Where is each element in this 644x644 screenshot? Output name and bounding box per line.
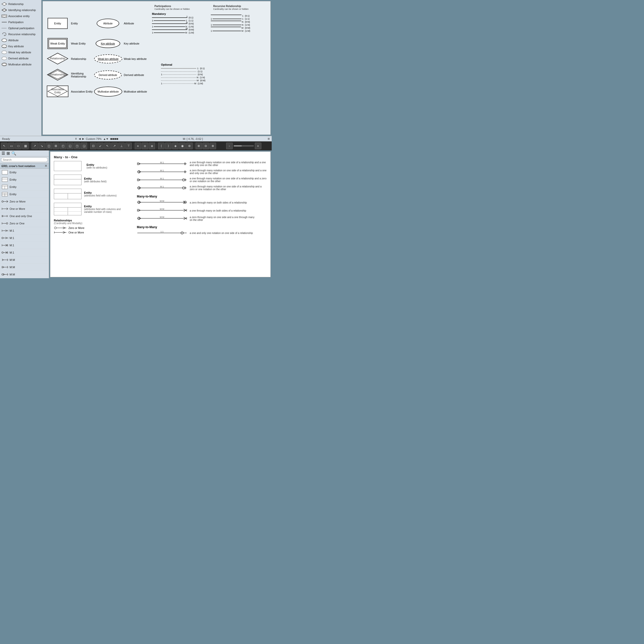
toolbar-e4[interactable]: ◉ <box>179 143 186 149</box>
notation-section: M:1 a one through many notation on one s… <box>137 161 267 237</box>
svg-point-86 <box>54 227 56 229</box>
sidebar-item-identifying-relationship[interactable]: Identifying relationship <box>0 7 41 13</box>
toolbar-sep5 <box>194 143 194 149</box>
sidebar-item-relationship[interactable]: Relationship <box>0 1 41 7</box>
identifying-rel-label: Identifying Relationship <box>69 72 94 78</box>
sidebar-item-recursive-relationship[interactable]: Recursive relationship <box>0 31 41 37</box>
toolbar-multi[interactable]: ◫ <box>46 143 52 149</box>
sidebar-item-entity-2[interactable]: Entity <box>0 176 49 183</box>
entity-box-attr <box>54 175 82 185</box>
coordinates: M: [ 4.76, -0.62 ] <box>183 137 203 140</box>
toolbar-table[interactable]: ▦ <box>22 143 29 149</box>
sidebar-item-multivalue-attribute[interactable]: Multivalue attribute <box>0 61 41 67</box>
zoom-slider[interactable] <box>234 145 254 146</box>
m1-rel-3-desc: a one through many notation on one side … <box>190 177 267 183</box>
close-group-btn[interactable]: ✕ <box>45 164 47 168</box>
toolbar-zoom-plus[interactable]: + <box>255 143 261 149</box>
svg-text:Relationship: Relationship <box>50 73 65 76</box>
sidebar-item-key-attribute[interactable]: Key attribute <box>0 43 41 49</box>
sidebar-item-mm-2[interactable]: M:M <box>0 264 49 271</box>
entity-3-icon <box>2 184 8 189</box>
sidebar-item-associative-entity[interactable]: Associative entity <box>0 13 41 19</box>
toolbar-c4[interactable]: ↗ <box>111 143 118 149</box>
mm-1-icon <box>2 257 8 262</box>
sidebar-bottom: ☰ ⊞ 🔍 ERD, crow's foot notation ✕ Entity… <box>0 150 49 278</box>
sidebar-item-m1-1[interactable]: M:1 <box>0 227 49 234</box>
toolbar-c6[interactable]: ⊤ <box>125 143 132 149</box>
mm-rel-2: M:M a one through many on both sides of … <box>137 208 267 213</box>
sidebar-menu-icon[interactable]: ☰ <box>1 151 6 156</box>
toolbar-zoom-fit[interactable]: ⊗ <box>210 143 216 149</box>
multivalue-attr-shape: Multivalue attribute <box>94 87 122 97</box>
sidebar-item-zero-more[interactable]: Zero or More <box>0 198 49 205</box>
sidebar-item-weak-key-attribute[interactable]: Weak key attribute <box>0 49 41 55</box>
m1-rel-3: M:1 a one through many notation on one s… <box>137 177 267 183</box>
sidebar-item-attribute[interactable]: Attribute <box>0 37 41 43</box>
svg-rect-24 <box>2 170 8 174</box>
toolbar-b1[interactable]: ◱ <box>67 143 73 149</box>
toolbar-split[interactable]: ◰ <box>60 143 66 149</box>
svg-point-54 <box>2 237 3 239</box>
sidebar-item-m1-3[interactable]: M:1 <box>0 242 49 249</box>
sidebar-search-icon[interactable]: 🔍 <box>11 151 17 156</box>
many-to-one-section: M:1 a one through many notation on one s… <box>137 161 267 191</box>
entity-no-attr-sub: (with no attributes) <box>87 166 107 169</box>
sidebar-item-mm-3[interactable]: M:M <box>0 271 49 278</box>
toolbar-d1[interactable]: ≋ <box>135 143 141 149</box>
group-label: ERD, crow's foot notation <box>2 165 35 168</box>
entity-attr-field: Entity (with attributes field) <box>54 175 132 185</box>
sidebar-item-m1-2[interactable]: M:1 <box>0 234 49 242</box>
sidebar-item-one-only[interactable]: One and only One <box>0 213 49 220</box>
m1-3-icon <box>2 243 8 248</box>
m1-rel-4-desc: a zero through many notation on one side… <box>190 185 267 191</box>
sidebar-item-entity-3[interactable]: Entity <box>0 183 49 191</box>
toolbar-zoom-minus[interactable]: - <box>226 143 233 149</box>
sidebar-item-zero-one[interactable]: Zero or One <box>0 220 49 227</box>
entity-attr-sub: (with attributes field) <box>84 180 106 183</box>
toolbar-zoom-out[interactable]: ⊖ <box>203 143 209 149</box>
sidebar-item-mm-1[interactable]: M:M <box>0 256 49 264</box>
optional-label: Optional <box>161 63 206 66</box>
toolbar-c5[interactable]: ⊥ <box>118 143 125 149</box>
toolbar-b2[interactable]: ◳ <box>74 143 80 149</box>
toolbar-ellipse[interactable]: ⬭ <box>15 143 22 149</box>
sidebar-item-entity-4[interactable]: Entity <box>0 191 49 198</box>
sidebar-item-participation[interactable]: Participation <box>0 19 41 25</box>
multivalue-attr-label: Multivalue attribute <box>122 90 149 93</box>
toolbar-d2[interactable]: ⊟ <box>142 143 148 149</box>
sidebar-item-one-more[interactable]: One or More <box>0 205 49 213</box>
associative-entity-icon <box>2 14 7 18</box>
attribute-icon <box>2 38 7 43</box>
toolbar-rect[interactable]: ▭ <box>8 143 15 149</box>
sidebar-item-derived-attribute[interactable]: Derived attribute <box>0 55 41 61</box>
toolbar-c1[interactable]: ⊡ <box>90 143 97 149</box>
toolbar-e5[interactable]: ⊚ <box>186 143 193 149</box>
toolbar-b3[interactable]: ◲ <box>81 143 87 149</box>
canvas-bottom: Many - to - One Entity (with no attribut… <box>50 151 271 277</box>
toolbar-d3[interactable]: ⊠ <box>149 143 155 149</box>
sidebar-item-m1-4[interactable]: M:1 <box>0 249 49 256</box>
search-input[interactable] <box>1 157 48 162</box>
toolbar-e2[interactable]: ⟩ <box>165 143 172 149</box>
svg-text:M:1: M:1 <box>160 169 164 172</box>
participation-icon <box>2 20 7 24</box>
svg-point-12 <box>2 57 7 60</box>
entity-no-attr: Entity (with no attributes) <box>54 161 132 171</box>
toolbar-zoom-in[interactable]: ⊕ <box>195 143 202 149</box>
sidebar-grid-icon[interactable]: ⊞ <box>6 151 10 156</box>
zoom-label[interactable]: Custom 79% <box>86 137 102 140</box>
svg-text:Entity: Entity <box>54 91 61 94</box>
relationships-label: Relationships <box>54 219 132 222</box>
toolbar-select[interactable]: ↖ <box>1 143 8 149</box>
toolbar-arrow[interactable]: ↘ <box>38 143 45 149</box>
sidebar-item-entity-1[interactable]: Entity <box>0 169 49 176</box>
toolbar-c2[interactable]: ↙ <box>97 143 104 149</box>
toolbar-e1[interactable]: ⟨ <box>158 143 165 149</box>
toolbar-connect[interactable]: ↗ <box>31 143 38 149</box>
relationships-sub: (Cardinality and Modality) <box>54 222 132 225</box>
toolbar-grid[interactable]: ⊞ <box>53 143 59 149</box>
toolbar-e3[interactable]: ◈ <box>172 143 179 149</box>
toolbar-c3[interactable]: ↖ <box>104 143 111 149</box>
sidebar-item-optional-participation[interactable]: Optional participation <box>0 25 41 31</box>
entity-box-rows <box>54 203 82 215</box>
